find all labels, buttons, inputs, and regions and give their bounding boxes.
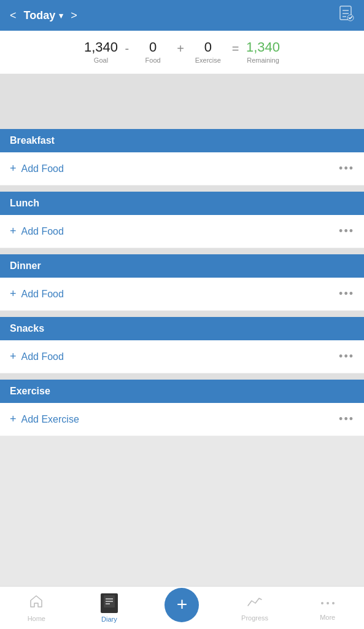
tab-add-center: + <box>145 588 219 628</box>
food-value: 0 <box>149 39 157 55</box>
add-exercise-button[interactable]: + Add Exercise <box>10 413 79 426</box>
exercise-item: 0 Exercise <box>187 39 230 64</box>
progress-tab-label: Progress <box>241 614 268 622</box>
plus-icon: + <box>10 287 17 300</box>
diary-check-icon[interactable] <box>338 6 354 25</box>
exercise-title: Exercise <box>10 386 50 396</box>
add-button[interactable]: + <box>165 588 199 622</box>
calorie-summary: 1,340 Goal - 0 Food + 0 Exercise = 1,340… <box>0 31 364 74</box>
plus-icon: + <box>10 225 17 238</box>
snacks-add-food-button[interactable]: + Add Food <box>10 350 64 363</box>
equals-operator: = <box>230 42 242 56</box>
exercise-label: Exercise <box>195 57 221 64</box>
snacks-title: Snacks <box>10 323 44 334</box>
home-tab-label: Home <box>28 615 45 622</box>
more-icon <box>320 595 335 611</box>
dinner-add-food-label: Add Food <box>21 289 64 300</box>
dinner-add-food-button[interactable]: + Add Food <box>10 287 64 300</box>
lunch-add-food-button[interactable]: + Add Food <box>10 225 64 238</box>
tab-home[interactable]: Home <box>0 594 73 622</box>
goal-item: 1,340 Goal <box>79 39 122 64</box>
remaining-label: Remaining <box>247 57 279 64</box>
chevron-down-icon: ▾ <box>59 11 63 20</box>
plus-icon: + <box>10 162 17 175</box>
lunch-more-button[interactable]: ••• <box>339 225 354 238</box>
snacks-header: Snacks <box>0 317 364 340</box>
app-header: < Today ▾ > <box>0 0 364 31</box>
food-item: 0 Food <box>131 39 174 64</box>
today-label: Today <box>24 9 56 22</box>
lunch-add-food-label: Add Food <box>21 226 64 237</box>
header-title[interactable]: Today ▾ <box>24 9 64 22</box>
home-icon <box>29 594 44 612</box>
svg-point-11 <box>332 602 335 604</box>
goal-label: Goal <box>94 57 108 64</box>
section-divider <box>0 311 364 317</box>
breakfast-more-button[interactable]: ••• <box>339 162 354 175</box>
dinner-title: Dinner <box>10 260 41 271</box>
section-divider <box>0 373 364 380</box>
breakfast-add-food-label: Add Food <box>21 163 64 174</box>
snacks-add-food-label: Add Food <box>21 351 64 362</box>
lunch-title: Lunch <box>10 198 39 208</box>
plus-icon: + <box>10 413 17 426</box>
lunch-add-row: + Add Food ••• <box>0 215 364 248</box>
svg-point-9 <box>321 602 323 604</box>
svg-point-10 <box>327 602 329 604</box>
goal-value: 1,340 <box>84 39 118 55</box>
dinner-more-button[interactable]: ••• <box>339 287 354 300</box>
breakfast-title: Breakfast <box>10 135 55 146</box>
diary-tab-label: Diary <box>101 615 117 623</box>
header-nav: < Today ▾ > <box>10 9 77 22</box>
diary-icon <box>101 593 118 613</box>
exercise-section: Exercise + Add Exercise ••• <box>0 373 364 436</box>
chart-area <box>0 74 364 123</box>
food-label: Food <box>145 57 161 64</box>
progress-icon <box>247 595 263 612</box>
meals-container: Breakfast + Add Food ••• Lunch + Add Foo… <box>0 123 364 373</box>
section-divider <box>0 186 364 192</box>
remaining-value: 1,340 <box>246 39 280 55</box>
plus-icon: + <box>10 350 17 363</box>
breakfast-add-row: + Add Food ••• <box>0 152 364 186</box>
minus-operator: - <box>122 42 131 56</box>
add-exercise-label: Add Exercise <box>21 414 79 425</box>
next-day-button[interactable]: > <box>71 9 77 22</box>
lunch-header: Lunch <box>0 192 364 215</box>
tab-progress[interactable]: Progress <box>219 595 292 622</box>
tab-more[interactable]: More <box>291 595 364 621</box>
breakfast-header: Breakfast <box>0 129 364 152</box>
exercise-value: 0 <box>204 39 212 55</box>
prev-day-button[interactable]: < <box>10 9 17 22</box>
plus-operator: + <box>174 42 187 56</box>
exercise-header: Exercise <box>0 380 364 403</box>
snacks-add-row: + Add Food ••• <box>0 340 364 373</box>
tab-bar: Home Diary + Progress <box>0 586 364 629</box>
exercise-add-row: + Add Exercise ••• <box>0 403 364 436</box>
dinner-header: Dinner <box>0 254 364 278</box>
breakfast-add-food-button[interactable]: + Add Food <box>10 162 64 175</box>
more-tab-label: More <box>320 614 335 621</box>
exercise-more-button[interactable]: ••• <box>339 413 354 426</box>
snacks-more-button[interactable]: ••• <box>339 350 354 363</box>
dinner-add-row: + Add Food ••• <box>0 278 364 311</box>
tab-diary[interactable]: Diary <box>73 593 146 623</box>
section-divider <box>0 123 364 129</box>
remaining-item: 1,340 Remaining <box>242 39 285 64</box>
section-divider <box>0 248 364 254</box>
add-icon: + <box>177 595 188 614</box>
